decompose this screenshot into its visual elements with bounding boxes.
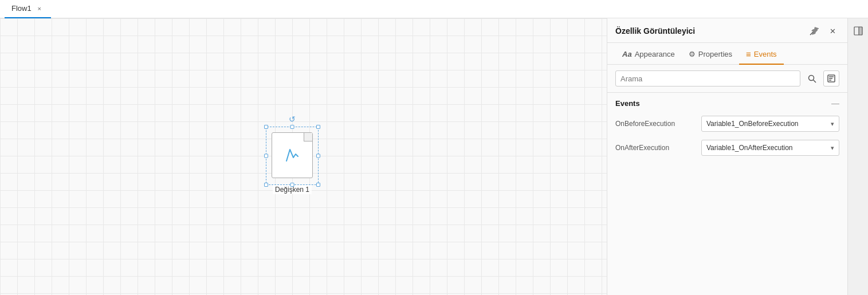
search-input[interactable]	[620, 74, 795, 83]
tabs-row: Aa Appearance ⚙ Properties ≡ Events	[607, 43, 847, 65]
events-tab-icon: ≡	[746, 49, 751, 59]
event-value-before: Variable1_OnBeforeExecution	[706, 120, 799, 128]
top-bar: Flow1 ×	[0, 0, 868, 18]
event-row-after: OnAfterExecution Variable1_OnAfterExecut…	[615, 140, 839, 156]
node-icon-box	[272, 132, 313, 178]
properties-tab-icon: ⚙	[689, 50, 696, 58]
search-input-wrap	[615, 70, 800, 86]
handle-middle-right[interactable]	[316, 154, 320, 158]
event-dropdown-before[interactable]: Variable1_OnBeforeExecution ▾	[701, 116, 839, 132]
handle-top-right[interactable]	[316, 125, 320, 129]
right-panel: Özellik Görüntüleyici ✕ Aa Appearance	[607, 18, 847, 295]
event-row-before: OnBeforeExecution Variable1_OnBeforeExec…	[615, 116, 839, 132]
dropdown-arrow-before: ▾	[831, 120, 834, 128]
appearance-tab-label: Appearance	[635, 50, 675, 58]
tab-properties[interactable]: ⚙ Properties	[682, 44, 739, 64]
handle-bottom-middle[interactable]	[290, 183, 294, 187]
flow-tab[interactable]: Flow1 ×	[5, 0, 51, 18]
event-label-after: OnAfterExecution	[615, 144, 696, 152]
handle-bottom-right[interactable]	[316, 183, 320, 187]
panel-toggle-icon	[854, 26, 863, 36]
tab-appearance[interactable]: Aa Appearance	[615, 44, 682, 64]
search-area	[607, 65, 847, 93]
tab-close-button[interactable]: ×	[35, 4, 44, 13]
far-right-bar	[847, 18, 868, 295]
canvas-node[interactable]: ↺ Değişken 1	[269, 130, 315, 194]
events-section-header: Events —	[615, 99, 839, 108]
main-content: ↺ Değişken 1 Özellik Görüntüleyici	[0, 18, 868, 295]
appearance-tab-icon: Aa	[622, 50, 632, 58]
properties-tab-label: Properties	[698, 50, 732, 58]
handle-top-middle[interactable]	[290, 125, 294, 129]
node-wrapper: ↺	[269, 130, 315, 182]
handle-middle-left[interactable]	[264, 154, 268, 158]
pin-button[interactable]	[807, 24, 821, 38]
events-tab-label: Events	[754, 50, 777, 58]
svg-rect-8	[859, 27, 862, 35]
close-panel-button[interactable]: ✕	[826, 24, 839, 38]
events-section: Events — OnBeforeExecution Variable1_OnB…	[607, 93, 847, 170]
tab-events[interactable]: ≡ Events	[739, 44, 784, 65]
svg-line-2	[813, 80, 816, 82]
panel-title: Özellik Görüntüleyici	[615, 26, 695, 36]
close-icon: ✕	[830, 27, 836, 36]
panel-toggle-button[interactable]	[850, 23, 866, 39]
event-value-after: Variable1_OnAfterExecution	[706, 144, 793, 152]
events-collapse-button[interactable]: —	[831, 99, 839, 108]
pin-icon	[810, 26, 819, 36]
handle-top-left[interactable]	[264, 125, 268, 129]
rotate-handle[interactable]: ↺	[289, 115, 296, 124]
filter-icon	[827, 74, 835, 82]
panel-header: Özellik Görüntüleyici ✕	[607, 18, 847, 43]
search-icon	[808, 74, 816, 83]
variable-icon	[282, 145, 303, 166]
handle-bottom-left[interactable]	[264, 183, 268, 187]
svg-point-1	[808, 75, 814, 80]
dropdown-arrow-after: ▾	[831, 144, 834, 152]
filter-button[interactable]	[823, 70, 839, 86]
canvas-area[interactable]: ↺ Değişken 1	[0, 18, 607, 295]
tab-label: Flow1	[11, 4, 32, 13]
panel-header-icons: ✕	[807, 24, 839, 38]
event-label-before: OnBeforeExecution	[615, 120, 696, 128]
search-button[interactable]	[804, 70, 820, 86]
events-section-title: Events	[615, 99, 640, 108]
event-dropdown-after[interactable]: Variable1_OnAfterExecution ▾	[701, 140, 839, 156]
